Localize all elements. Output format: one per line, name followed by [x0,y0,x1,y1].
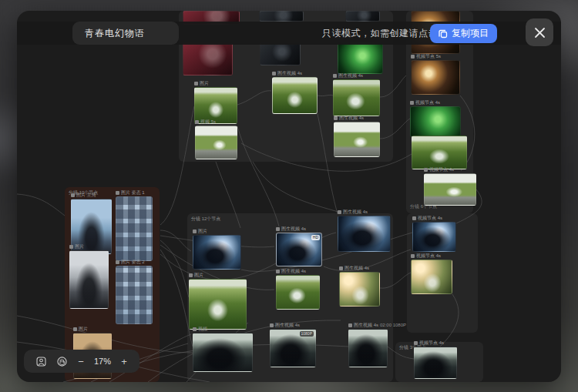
node-label: 图生视频 4s [270,323,316,328]
node-label-text: 图片 [200,81,209,86]
node-type-icon [193,327,197,331]
canvas-node-thumbnail[interactable] [193,235,241,270]
node-label: 图生视频 4s [334,116,380,121]
canvas-node-thumbnail[interactable] [338,42,383,74]
node-label-text: 图生视频 4s [339,116,364,121]
project-title-pill[interactable]: 青春电幻物语 [72,22,179,45]
node-label-text: 视频节点 5s [416,54,441,59]
canvas-node-thumbnail[interactable] [345,11,380,22]
node-type-icon [195,120,199,124]
canvas-node-thumbnail[interactable] [348,329,388,367]
canvas-node-thumbnail[interactable] [272,77,318,114]
node-label: 图生视频 4s [276,226,322,232]
close-button[interactable] [526,18,553,46]
node-label: 视频节点 4s [424,167,476,173]
zoom-out-button[interactable]: − [75,353,87,369]
node-label: 视频 5s [195,119,237,125]
node-type-icon [339,266,343,270]
node-label: 图生视频 4s [338,209,391,215]
node-label: 图片 姿态 1 [116,190,153,196]
canvas-node-thumbnail[interactable] [259,11,304,22]
zoom-in-button[interactable]: + [118,353,130,369]
close-icon [534,27,546,39]
node-label: 图片 [69,244,109,250]
node-label-text: 视频节点 4s [419,340,444,346]
node-type-icon [272,72,276,75]
canvas-node-thumbnail[interactable] [276,275,320,310]
node-label: 图生视频 4s [333,73,380,79]
zoom-level: 17% [92,357,113,366]
canvas-node-thumbnail[interactable] [69,250,109,309]
canvas-node-thumbnail[interactable] [334,122,380,157]
canvas-node-thumbnail[interactable]: 1080P [270,329,316,367]
node-type-icon [69,245,73,249]
node-type-icon [411,55,415,59]
node-label: 图生视频 4s [339,266,380,271]
canvas-layer[interactable]: 分镜 6个节点分镜 10个节点分镜 12个节点分镜 3个节点图片图生视频 4s图… [17,11,561,382]
canvas-node-thumbnail[interactable] [116,196,153,261]
node-type-icon [194,82,198,85]
node-label: 视频节点 4s [411,253,452,259]
node-label: 图生视频 4s02:00 1080P [348,323,388,328]
user-badge-tool[interactable] [33,353,49,369]
canvas-node-thumbnail[interactable] [193,333,253,372]
node-type-icon [410,101,414,105]
canvas-zoom-toolbar: − 17% + [24,350,139,373]
canvas-node-thumbnail[interactable] [411,260,452,294]
node-label-text: 视频 [198,327,207,332]
readonly-notice: 只读模式，如需创建请点击 [322,22,438,45]
node-meta-text: 02:00 1080P [380,323,406,328]
node-type-icon [116,260,119,264]
node-label: 视频节点 5s [411,54,460,59]
canvas-node-thumbnail[interactable] [194,87,237,124]
node-label-text: 图生视频 4s [281,226,306,232]
hand-tool-icon [56,356,68,367]
canvas-node-thumbnail[interactable] [183,42,233,75]
copy-project-button[interactable]: 复制项目 [430,24,497,43]
node-label-text: 图生视频 4s [277,71,302,76]
node-type-icon [424,168,428,172]
node-type-icon [334,116,338,120]
canvas-node-thumbnail[interactable] [411,60,460,95]
node-type-icon [411,254,415,258]
node-label: 图片 [189,273,247,278]
node-type-icon [116,191,119,195]
node-label-text: 图片 [198,229,207,234]
canvas-node-thumbnail[interactable]: HD [276,233,322,266]
node-label-text: 视频节点 4s [429,167,454,173]
node-type-icon [193,230,197,233]
canvas-node-thumbnail[interactable] [338,216,391,252]
project-title: 青春电幻物语 [85,27,145,40]
canvas-node-thumbnail[interactable] [333,79,380,116]
node-label: 图片 [194,81,237,86]
canvas-node-thumbnail[interactable] [116,266,153,324]
node-label-text: 图生视频 4s [343,209,368,215]
canvas-node-thumbnail[interactable] [410,106,461,137]
copy-icon [439,29,448,39]
canvas-node-thumbnail[interactable] [414,347,457,379]
node-type-icon [414,341,418,345]
node-label-text: 图生视频 4s [338,73,363,79]
node-type-icon [270,323,274,327]
node-type-icon [348,323,352,327]
node-type-icon [189,273,193,277]
node-label-text: 视频节点 4s [418,216,442,221]
canvas-node-thumbnail[interactable] [195,126,237,159]
node-label: 视频节点 4s [410,100,461,106]
node-label-text: 视频节点 4s [416,253,441,259]
canvas-node-thumbnail[interactable] [424,173,476,206]
node-label-text: 图片 [79,327,88,332]
canvas-node-thumbnail[interactable] [260,42,301,65]
canvas-node-thumbnail[interactable] [412,222,456,252]
hand-tool[interactable] [54,353,69,369]
node-type-icon [71,193,75,197]
canvas-node-thumbnail[interactable] [339,272,380,307]
node-label: 视频节点 4s [412,216,456,221]
canvas-node-thumbnail[interactable] [412,136,467,169]
node-label-text: 图片 姿态 2 [121,260,145,265]
node-label-text: 图生视频 4s [344,266,369,271]
canvas-node-thumbnail[interactable] [189,279,247,330]
group-title: 分镜 12个节点 [191,216,220,223]
node-label: 图片 姿态 2 [116,260,153,265]
node-type-icon [333,74,337,78]
